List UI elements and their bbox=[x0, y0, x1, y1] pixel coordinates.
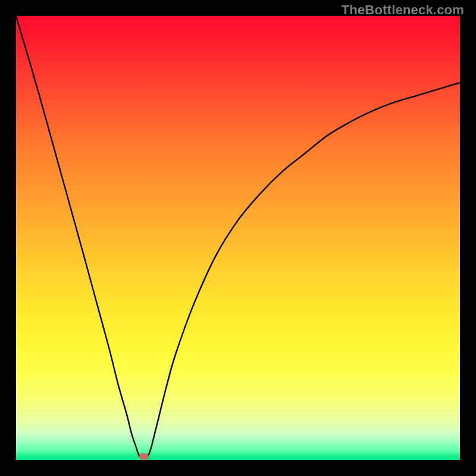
watermark-text: TheBottleneck.com bbox=[342, 2, 464, 18]
chart-frame: TheBottleneck.com bbox=[0, 0, 476, 476]
optimal-point-marker bbox=[139, 453, 149, 460]
plot-area bbox=[16, 16, 460, 460]
bottleneck-curve bbox=[16, 16, 460, 460]
